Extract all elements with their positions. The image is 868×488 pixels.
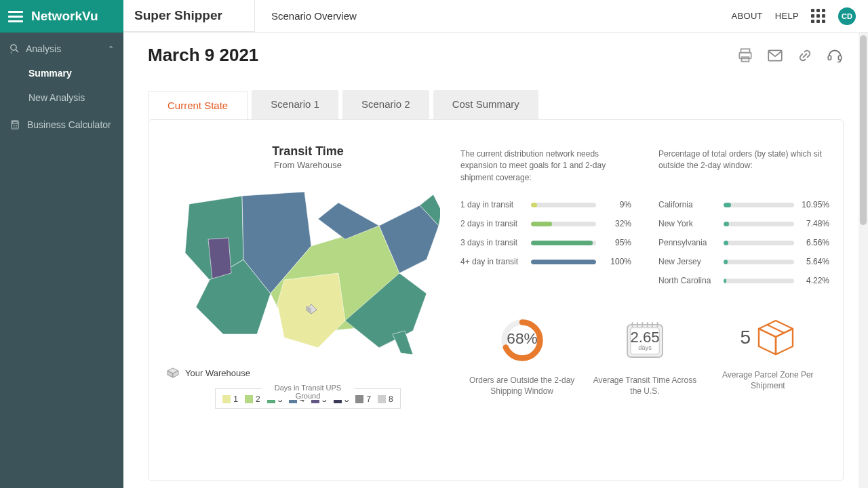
transit-bars: 1 day in transit9%2 days in transit32%3 … — [460, 200, 631, 285]
state-bars: California10.95%New York7.48%Pennsylvani… — [658, 200, 829, 285]
transit-bar-row: 3 days in transit95% — [460, 238, 631, 247]
legend-item: 2 — [245, 394, 260, 404]
warehouse-legend: Your Warehouse — [166, 367, 250, 379]
state-bar-row: New York7.48% — [658, 219, 829, 228]
stat-label: North Carolina — [658, 276, 718, 285]
bar-track — [531, 260, 596, 264]
stat-label: California — [658, 200, 718, 209]
support-icon[interactable] — [826, 47, 844, 64]
bar-track — [531, 222, 596, 226]
sidebar-item-new-analysis[interactable]: New Analysis — [0, 85, 123, 110]
us-map — [176, 178, 440, 354]
legend-label: 8 — [389, 394, 393, 404]
stat-label: New Jersey — [658, 257, 718, 266]
kpi-label: Orders are Outside the 2-day Shipping Wi… — [468, 375, 576, 396]
tabs: Current State Scenario 1 Scenario 2 Cost… — [123, 70, 868, 119]
tab-scenario-2[interactable]: Scenario 2 — [342, 90, 429, 119]
svg-marker-46 — [759, 329, 776, 354]
state-bar-row: North Carolina4.22% — [658, 276, 829, 285]
legend-swatch — [378, 395, 386, 403]
shipper-tab[interactable]: Super Shipper — [123, 0, 255, 32]
svg-marker-47 — [776, 329, 793, 354]
svg-rect-12 — [742, 57, 749, 62]
svg-rect-14 — [828, 56, 831, 60]
kpi-avg-zone: 5 Average Parcel Zone Per Shipment — [707, 318, 829, 396]
email-icon[interactable] — [766, 47, 784, 64]
calculator-icon — [9, 119, 20, 130]
legend-label: 2 — [256, 394, 260, 404]
stat-value: 95% — [601, 238, 631, 247]
kpi-label: Average Parcel Zone Per Shipment — [713, 369, 822, 391]
package-icon — [756, 318, 795, 357]
svg-text:68%: 68% — [507, 330, 537, 347]
svg-rect-15 — [838, 56, 841, 60]
legend-swatch — [222, 395, 231, 403]
bar-track — [724, 279, 794, 283]
transit-bar-row: 1 day in transit9% — [460, 200, 631, 209]
kpi-label: Average Transit Time Across the U.S. — [591, 375, 699, 396]
kpi-avg-transit: 2.65 days Average Transit Time Across th… — [584, 318, 706, 396]
scenario-title: Scenario Overview — [255, 0, 373, 32]
svg-line-1 — [16, 49, 18, 52]
kpi-value: 5 — [741, 327, 751, 348]
legend-title: Days in Transit UPS Ground — [262, 384, 354, 400]
transit-description: The current distribution network needs e… — [460, 148, 631, 184]
state-bar-row: New Jersey5.64% — [658, 257, 829, 266]
apps-icon[interactable] — [811, 9, 826, 24]
help-link[interactable]: HELP — [775, 11, 799, 21]
state-bar-row: Pennsylvania6.56% — [658, 238, 829, 247]
nav-group-label: Analysis — [26, 43, 61, 54]
scrollbar[interactable] — [859, 33, 868, 488]
svg-point-5 — [14, 125, 15, 125]
stat-label: 1 day in transit — [460, 200, 526, 209]
legend-label: 7 — [366, 394, 371, 404]
stat-value: 9% — [601, 200, 631, 209]
svg-marker-23 — [393, 331, 413, 354]
scrollbar-thumb[interactable] — [860, 35, 867, 225]
nav-group-analysis[interactable]: Analysis ⌃ — [0, 33, 123, 61]
brand-name: NetworkVu — [31, 9, 98, 24]
bar-track — [531, 203, 596, 207]
link-icon[interactable] — [796, 47, 814, 64]
about-link[interactable]: ABOUT — [732, 11, 763, 21]
kpi-outside-window: 68% Orders are Outside the 2-day Shippin… — [461, 318, 583, 396]
svg-text:2.65: 2.65 — [630, 329, 659, 346]
tab-cost-summary[interactable]: Cost Summary — [433, 90, 538, 119]
svg-point-0 — [11, 45, 16, 50]
menu-icon[interactable] — [8, 11, 23, 22]
bar-track — [724, 203, 794, 207]
notepad-icon: 2.65 days — [620, 318, 670, 363]
svg-point-9 — [16, 127, 17, 127]
legend-item: 8 — [378, 394, 393, 404]
svg-marker-18 — [208, 238, 231, 279]
stat-value: 32% — [601, 219, 631, 228]
stat-value: 7.48% — [800, 219, 829, 228]
page-header: March 9 2021 — [123, 33, 868, 70]
sidebar-header: NetworkVu — [0, 0, 123, 33]
sidebar-item-business-calculator[interactable]: Business Calculator — [0, 110, 123, 140]
print-icon[interactable] — [736, 47, 754, 64]
sidebar-item-summary[interactable]: Summary — [0, 61, 123, 85]
bar-track — [724, 241, 794, 245]
stat-label: New York — [658, 219, 718, 228]
bar-track — [724, 222, 794, 226]
stat-label: 2 days in transit — [460, 219, 526, 228]
legend-label: 1 — [233, 394, 238, 404]
map-legend: Days in Transit UPS Ground 12345678 — [215, 388, 401, 409]
stat-value: 6.56% — [800, 238, 829, 247]
svg-point-4 — [13, 125, 14, 125]
state-bar-row: California10.95% — [658, 200, 829, 209]
bar-track — [724, 260, 794, 264]
avatar[interactable]: CD — [838, 7, 856, 25]
tab-current-state[interactable]: Current State — [148, 91, 248, 120]
legend-item: 1 — [222, 394, 238, 404]
svg-point-7 — [13, 127, 14, 127]
transit-bar-row: 2 days in transit32% — [460, 219, 631, 228]
stat-label: Pennsylvania — [658, 238, 718, 247]
stat-label: 4+ day in transit — [460, 257, 526, 266]
tab-scenario-1[interactable]: Scenario 1 — [252, 90, 338, 119]
stat-label: 3 days in transit — [460, 238, 526, 247]
sidebar-item-label: Business Calculator — [27, 119, 111, 130]
donut-chart-icon: 68% — [500, 318, 545, 363]
stat-value: 100% — [601, 257, 631, 266]
